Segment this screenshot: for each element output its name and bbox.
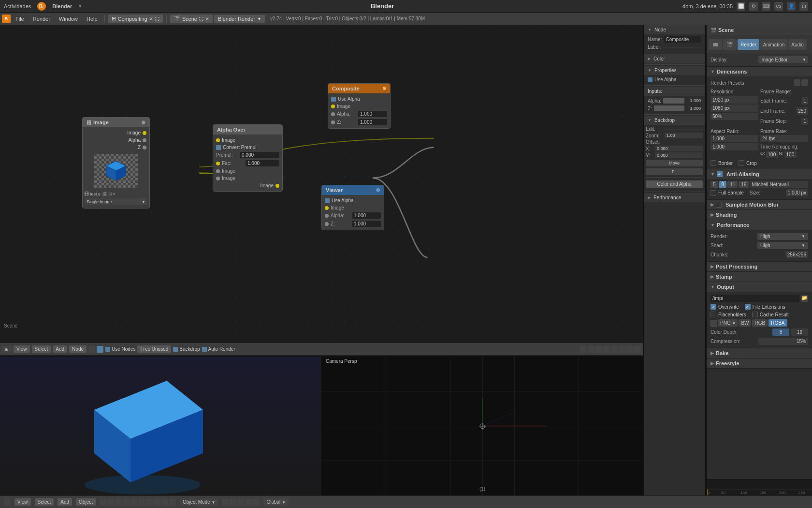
dimensions-header[interactable]: ▼ Dimensions — [707, 67, 812, 76]
l-icon4[interactable] — [245, 499, 252, 506]
np-perf-header[interactable]: ▶ Performance — [644, 193, 705, 202]
workspace-selector[interactable]: ⊞ Compositing ✕ ⛶ — [108, 15, 163, 23]
display-select[interactable]: Image Editor ▼ — [758, 56, 808, 63]
s-icon2[interactable] — [107, 499, 114, 506]
backdrop-checkbox[interactable] — [173, 347, 178, 352]
viewer-z-value[interactable]: 1.000 — [352, 221, 381, 227]
activities-label[interactable]: Actividades — [4, 3, 31, 9]
mat-icon[interactable] — [97, 346, 103, 353]
size-value[interactable]: 1.000 px — [786, 189, 808, 196]
aspect-x-field[interactable]: 1.000 — [710, 135, 758, 142]
object-btn[interactable]: Object — [76, 498, 96, 506]
s-icon7[interactable] — [146, 499, 153, 506]
l-icon3[interactable] — [237, 499, 244, 506]
workspace-expand-icon[interactable]: ⛶ — [155, 16, 160, 21]
grid-icon[interactable] — [611, 346, 618, 353]
comp-use-alpha-checkbox[interactable] — [331, 97, 336, 102]
res-x-field[interactable]: 1920 px — [710, 96, 758, 104]
audio-tab[interactable]: Audio — [788, 39, 807, 50]
zoom-value[interactable]: 1.00 — [665, 133, 703, 138]
composite-node[interactable]: Composite ⚙ Use Alpha Image Alpha: — [328, 83, 391, 129]
aa-8[interactable]: 8 — [719, 181, 727, 188]
move-btn[interactable]: Move — [646, 160, 703, 166]
statusbar-icon[interactable] — [4, 499, 11, 506]
node-name-value[interactable]: Composite — [664, 36, 701, 43]
menu-help[interactable]: Help — [83, 15, 102, 23]
node-label-value[interactable] — [663, 47, 701, 48]
s-icon6[interactable] — [138, 499, 145, 506]
camera-viewport[interactable]: Camera Persp — [321, 357, 643, 508]
output-header[interactable]: ▼ Output — [707, 282, 812, 292]
node-editor-type-icon[interactable]: ⊞ — [2, 346, 12, 353]
viewer-options-icon[interactable]: ⚙ — [376, 188, 380, 193]
res-pct-field[interactable]: 50% — [710, 113, 758, 120]
camera-tab-icon[interactable] — [709, 39, 722, 50]
format-select[interactable]: PNG ▼ — [718, 319, 738, 327]
s-icon9[interactable] — [161, 499, 168, 506]
performance-header[interactable]: ▼ Performance — [707, 220, 812, 230]
comp-z-value[interactable]: 1.000 — [358, 119, 387, 125]
bw-btn[interactable]: BW — [739, 319, 751, 327]
color-depth-8-btn[interactable]: 8 — [772, 329, 789, 336]
l-icon1[interactable] — [222, 499, 229, 506]
inputs-alpha-value[interactable]: 1.000 — [686, 98, 701, 103]
scene-selector[interactable]: 🎬 Scene ⛶ ✕ — [170, 15, 213, 23]
aa-11[interactable]: 11 — [727, 181, 738, 188]
auto-render-checkbox[interactable] — [202, 347, 207, 352]
zoom-in-icon[interactable] — [588, 346, 594, 353]
frame-step-value[interactable]: 1 — [801, 118, 808, 125]
statusbar-mode[interactable]: Object Mode ▼ — [180, 498, 218, 506]
select-btn[interactable]: Select — [35, 498, 54, 506]
res-y-field[interactable]: 1080 px — [710, 105, 758, 112]
color-section-header[interactable]: ▶ Color — [644, 54, 705, 63]
inputs-z-value[interactable]: 1.000 — [686, 106, 701, 111]
center-icon[interactable] — [619, 346, 625, 353]
sampled-mb-header[interactable]: ▶ Sampled Motion Blur — [707, 200, 812, 209]
start-frame-value[interactable]: 1 — [801, 97, 808, 105]
sampled-mb-checkbox[interactable] — [716, 202, 722, 208]
l-icon5[interactable] — [253, 499, 260, 506]
menu-window[interactable]: Window — [55, 15, 82, 23]
use-nodes-checkbox[interactable] — [105, 347, 110, 352]
l-icon2[interactable] — [230, 499, 236, 506]
composite-options-icon[interactable]: ⚙ — [382, 86, 386, 91]
menu-file[interactable]: File — [12, 15, 28, 23]
time-new-field[interactable]: 100 — [784, 151, 797, 158]
s-icon10[interactable] — [169, 499, 176, 506]
rgba-btn[interactable]: RGBA — [768, 319, 787, 327]
render-tab[interactable]: Render — [738, 39, 759, 50]
output-path-value[interactable]: /tmp/ — [710, 295, 799, 302]
s-icon4[interactable] — [123, 499, 130, 506]
framerate-value[interactable]: 24 fps — [760, 135, 808, 142]
pin-icon[interactable] — [634, 346, 641, 353]
node-menu[interactable]: Node — [69, 345, 87, 353]
freestyle-header[interactable]: ▶ Freestyle — [707, 359, 812, 368]
y-value[interactable]: 0.000 — [655, 152, 703, 158]
workspace-close-icon[interactable]: ✕ — [149, 16, 153, 21]
aa-enabled-checkbox[interactable] — [717, 171, 723, 177]
aa-5[interactable]: 5 — [710, 181, 718, 188]
zoom-fit-icon[interactable] — [580, 346, 587, 353]
props-use-alpha-checkbox[interactable] — [648, 77, 652, 82]
shading-header[interactable]: ▶ Shading — [707, 210, 812, 220]
s-icon5[interactable] — [130, 499, 137, 506]
fullscreen-icon[interactable] — [626, 346, 633, 353]
aa-filter-select[interactable]: Mitchell-Netravali — [750, 181, 808, 188]
crop-checkbox[interactable] — [739, 160, 744, 166]
compression-value[interactable]: 15% — [758, 338, 808, 345]
global-select[interactable]: Global ▼ — [263, 498, 289, 506]
image-mode-row[interactable]: Single Image ▼ — [83, 197, 149, 206]
view-btn[interactable]: View — [14, 498, 31, 506]
aspect-y-field[interactable]: 1.000 — [710, 143, 758, 150]
select-menu[interactable]: Select — [32, 345, 51, 353]
bake-header[interactable]: ▶ Bake — [707, 348, 812, 358]
alpha-over-node[interactable]: Alpha Over Image Convert Premul Premul: … — [213, 124, 283, 192]
ao-premul-value[interactable]: 0.000 — [240, 152, 279, 158]
image-node-options-icon[interactable]: ⚙ — [141, 120, 145, 125]
s-icon1[interactable] — [100, 499, 106, 506]
viewer-node[interactable]: Viewer ⚙ Use Alpha Image Alpha: — [321, 185, 384, 230]
animation-tab[interactable]: Animation — [760, 39, 787, 50]
add-btn[interactable]: Add — [58, 498, 72, 506]
color-depth-16-btn[interactable]: 16 — [791, 329, 808, 336]
ao-convert-checkbox[interactable] — [216, 145, 221, 150]
